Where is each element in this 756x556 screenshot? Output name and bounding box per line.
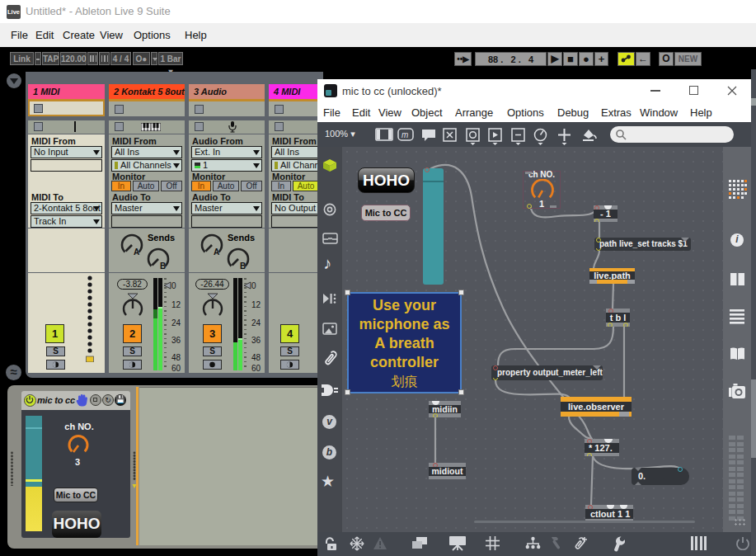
svg-text:m: m <box>401 130 408 139</box>
svg-text:B: B <box>160 262 166 271</box>
svg-text:A: A <box>134 247 139 257</box>
svg-text:B: B <box>240 262 246 271</box>
svg-text:A: A <box>214 247 219 257</box>
